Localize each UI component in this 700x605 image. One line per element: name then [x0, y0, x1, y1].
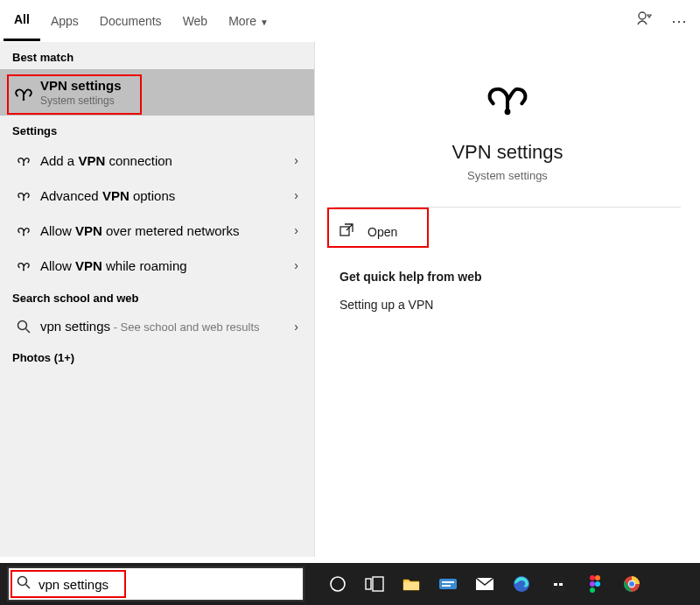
result-add-vpn[interactable]: Add a VPN connection › — [0, 143, 314, 178]
app-icon[interactable] — [438, 573, 458, 594]
svg-rect-16 — [439, 579, 457, 589]
svg-point-0 — [639, 12, 646, 19]
svg-point-3 — [23, 199, 24, 200]
result-advanced-vpn[interactable]: Advanced VPN options › — [0, 178, 314, 213]
task-view-icon[interactable] — [364, 573, 385, 594]
svg-point-4 — [23, 234, 24, 236]
svg-line-11 — [26, 585, 31, 589]
taskbar — [0, 563, 700, 605]
tab-web[interactable]: Web — [172, 2, 219, 40]
svg-point-25 — [595, 575, 600, 580]
svg-rect-23 — [559, 583, 563, 586]
open-button[interactable]: Open — [315, 213, 700, 250]
svg-point-31 — [629, 581, 634, 587]
tab-documents[interactable]: Documents — [89, 2, 172, 40]
svg-point-12 — [331, 577, 345, 591]
feedback-icon[interactable] — [626, 10, 662, 32]
detail-subtitle: System settings — [467, 169, 548, 182]
mail-icon[interactable] — [474, 573, 495, 594]
result-web-vpn-settings[interactable]: vpn settings - See school and web result… — [0, 310, 314, 342]
edge-icon[interactable] — [511, 573, 532, 594]
detail-title: VPN settings — [452, 141, 563, 164]
open-label: Open — [359, 225, 397, 239]
search-icon — [12, 320, 35, 334]
vpn-icon — [12, 151, 35, 169]
vpn-icon-large — [481, 77, 534, 118]
search-input[interactable] — [38, 568, 303, 600]
tab-all[interactable]: All — [4, 0, 40, 41]
svg-point-6 — [18, 320, 27, 329]
svg-rect-13 — [366, 579, 371, 589]
figma-icon[interactable] — [584, 573, 606, 594]
svg-rect-9 — [340, 227, 349, 236]
detail-panel: VPN settings System settings Open Get qu… — [315, 42, 700, 557]
svg-rect-18 — [442, 585, 451, 587]
svg-point-10 — [18, 577, 27, 586]
svg-rect-14 — [373, 577, 383, 591]
chevron-right-icon: › — [290, 153, 302, 167]
file-explorer-icon[interactable] — [401, 573, 422, 594]
help-heading: Get quick help from web — [315, 250, 700, 292]
search-icon — [9, 575, 38, 593]
tab-more[interactable]: More▼ — [218, 2, 279, 40]
svg-point-8 — [505, 109, 511, 115]
search-filter-tabs: All Apps Documents Web More▼ ⋯ — [0, 0, 700, 42]
chevron-down-icon: ▼ — [260, 18, 269, 27]
help-link-setup-vpn[interactable]: Setting up a VPN — [315, 292, 700, 317]
svg-point-2 — [23, 164, 24, 165]
chevron-right-icon: › — [290, 223, 302, 237]
store-icon[interactable] — [548, 573, 569, 594]
open-icon — [340, 223, 359, 240]
svg-point-26 — [590, 581, 595, 587]
result-vpn-metered[interactable]: Allow VPN over metered networks › — [0, 213, 314, 248]
svg-rect-21 — [551, 580, 565, 591]
chrome-icon[interactable] — [621, 573, 642, 594]
heading-photos: Photos (1+) — [0, 342, 314, 369]
svg-rect-22 — [554, 583, 557, 586]
svg-point-24 — [590, 575, 595, 580]
cortana-icon[interactable] — [327, 573, 348, 594]
chevron-right-icon: › — [290, 320, 302, 334]
svg-point-27 — [595, 581, 600, 587]
result-title: VPN settings — [40, 78, 302, 93]
tab-apps[interactable]: Apps — [40, 2, 89, 40]
svg-line-7 — [26, 328, 31, 333]
vpn-icon — [12, 186, 35, 204]
results-panel: Best match VPN settings System settings … — [0, 42, 315, 557]
vpn-icon — [12, 222, 35, 239]
vpn-icon — [12, 257, 35, 274]
svg-point-5 — [23, 269, 24, 271]
svg-rect-15 — [403, 582, 419, 590]
chevron-right-icon: › — [290, 188, 302, 202]
taskbar-search[interactable] — [7, 566, 304, 601]
heading-best-match: Best match — [0, 42, 314, 69]
heading-settings: Settings — [0, 116, 314, 143]
chevron-right-icon: › — [290, 258, 302, 272]
heading-search-web: Search school and web — [0, 283, 314, 310]
more-options-icon[interactable]: ⋯ — [662, 11, 696, 31]
vpn-icon — [12, 84, 35, 102]
svg-point-1 — [23, 98, 25, 101]
svg-rect-17 — [442, 581, 454, 583]
result-vpn-settings[interactable]: VPN settings System settings — [0, 69, 314, 116]
result-vpn-roaming[interactable]: Allow VPN while roaming › — [0, 248, 314, 283]
result-subtitle: System settings — [40, 95, 302, 107]
svg-point-28 — [590, 587, 595, 593]
